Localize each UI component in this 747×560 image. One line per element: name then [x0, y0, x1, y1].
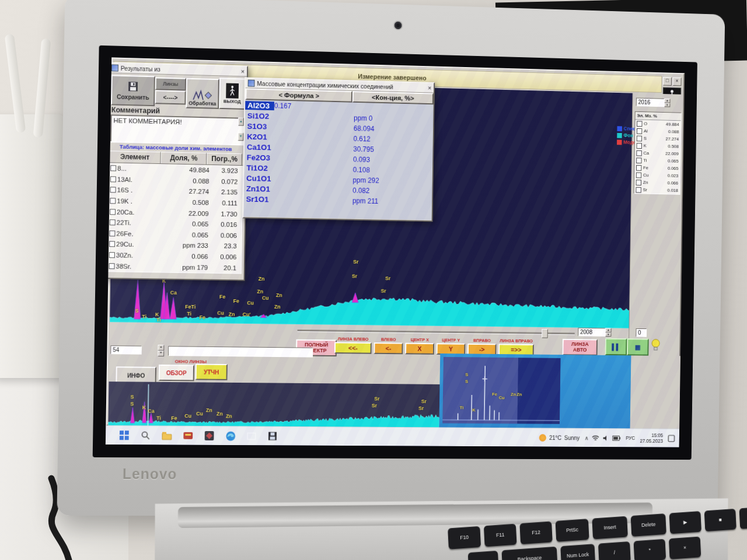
row-checkbox[interactable] — [636, 187, 641, 192]
formula-cell[interactable]: Ti1O2 — [244, 163, 353, 174]
refine-button[interactable]: УТЧН — [196, 364, 228, 380]
row-checkbox[interactable] — [636, 180, 641, 186]
peak-label-fe: Fe — [171, 415, 177, 421]
slider-track[interactable] — [298, 330, 575, 335]
process-button[interactable]: Обработка — [186, 78, 219, 109]
concentration-column-header[interactable]: <Кон-ция, %> — [352, 91, 434, 104]
lens-auto-button[interactable]: ЛИНЗА АВТО — [563, 339, 598, 356]
comment-box[interactable]: НЕТ КОММЕНТАРИЯ! — [110, 114, 244, 145]
weather-widget[interactable]: 21°C Sunny — [539, 434, 580, 442]
app-window-icon[interactable] — [246, 430, 257, 442]
legend-item: Спектр — [617, 125, 635, 132]
row-checkbox[interactable] — [110, 166, 116, 172]
row-checkbox[interactable] — [636, 150, 641, 156]
toolbar-button-2[interactable]: <- — [374, 342, 403, 354]
row-checkbox[interactable] — [637, 128, 642, 134]
row-checkbox[interactable] — [109, 230, 115, 236]
formula-cell[interactable]: Zn1O1 — [244, 184, 353, 195]
spin-up-icon[interactable]: ▲ — [605, 328, 611, 332]
error-cell: 0.006 — [214, 232, 240, 239]
overview-button[interactable]: ОБЗОР — [159, 365, 194, 381]
formula-cell[interactable]: Cu1O1 — [244, 174, 353, 185]
arrows-button[interactable]: <----> — [155, 90, 186, 104]
channel-spinner[interactable]: ▲▼ — [605, 328, 612, 337]
restore-button[interactable]: □ — [663, 77, 672, 86]
toolbar-button-1[interactable]: <<- — [334, 342, 372, 354]
pause-button[interactable]: ▌▌ — [605, 338, 627, 356]
lens-spinner[interactable]: ▲▼ — [158, 345, 164, 356]
peak-label-zn: Zn — [257, 289, 263, 295]
scroll-up-icon[interactable]: ▲ — [238, 118, 244, 126]
row-checkbox[interactable] — [109, 252, 115, 258]
mini-spectrum-plot[interactable]: ✛ SSTiKFeCuZnZn — [442, 357, 560, 424]
toolbar-button-3[interactable]: X — [405, 343, 434, 355]
overview-spectrum-plot[interactable]: SSKCaTiFeCuZnCuZnZnSrSrSrSr — [108, 382, 439, 428]
row-checkbox[interactable] — [109, 242, 115, 247]
element-mass-value: 0.508 — [668, 144, 679, 149]
edge-browser-icon[interactable] — [225, 430, 236, 442]
start-button[interactable] — [118, 429, 130, 441]
peak-label-sr: Sr — [381, 288, 386, 294]
wifi-icon[interactable] — [592, 435, 599, 441]
slider-handle[interactable] — [542, 329, 548, 338]
element-mass-row[interactable]: Sr0.018 — [634, 186, 680, 194]
formula-cell[interactable]: Sr1O1 — [244, 194, 353, 205]
file-explorer-icon[interactable] — [161, 430, 173, 442]
spin-down-icon[interactable]: ▼ — [664, 103, 670, 107]
row-checkbox[interactable] — [110, 176, 116, 182]
spectrometry-app-taskbar-icon[interactable] — [267, 430, 278, 442]
system-tray: ∧ — [585, 435, 621, 441]
scroll-down-icon[interactable]: ▼ — [238, 132, 244, 141]
spectrum-counter[interactable]: 2016 ▲▼ — [636, 98, 671, 107]
lens-button[interactable]: Линзы — [155, 77, 187, 90]
media-app-icon[interactable] — [182, 430, 194, 442]
toolbar-group: ЛИНЗА ВПРАВО=>> — [500, 338, 533, 356]
table-view-button[interactable]: ▦ — [627, 338, 649, 355]
save-button[interactable]: Сохранить — [111, 75, 155, 106]
results-exit-button[interactable]: ВЫХОД — [219, 78, 246, 110]
spin-down-icon[interactable]: ▼ — [158, 351, 164, 356]
row-checkbox[interactable] — [110, 198, 116, 204]
row-checkbox[interactable] — [636, 164, 641, 170]
element-cell: 13Al. — [116, 176, 166, 184]
notification-icon[interactable] — [668, 435, 675, 442]
channel-field[interactable]: 2008 ▲▼ — [578, 328, 611, 337]
element-mass-value: 0.065 — [668, 158, 679, 163]
concentration-cell: 30.795 — [353, 145, 432, 155]
lamp-indicator[interactable] — [648, 337, 663, 355]
row-checkbox[interactable] — [110, 219, 116, 225]
counter-spinner[interactable]: ▲▼ — [664, 99, 670, 107]
comment-scrollbar[interactable]: ▲▼ — [238, 118, 244, 141]
close-button[interactable]: × — [673, 77, 682, 86]
photos-app-icon[interactable] — [204, 430, 215, 442]
lens-number-field[interactable]: 54 — [110, 345, 142, 355]
row-checkbox[interactable] — [637, 143, 642, 149]
speaker-icon[interactable] — [603, 435, 609, 441]
tray-chevron-icon[interactable]: ∧ — [585, 435, 589, 441]
row-checkbox[interactable] — [636, 158, 641, 163]
search-icon[interactable] — [139, 429, 151, 441]
channel-value[interactable]: 2008 — [578, 328, 605, 337]
spin-up-icon[interactable]: ▲ — [158, 345, 164, 351]
row-checkbox[interactable] — [637, 121, 642, 127]
language-indicator[interactable]: РУС — [626, 435, 635, 441]
row-checkbox[interactable] — [637, 135, 642, 141]
row-checkbox[interactable] — [109, 263, 115, 269]
row-checkbox[interactable] — [110, 187, 116, 193]
clock-widget[interactable]: 15:05 27.05.2023 — [640, 432, 663, 444]
row-checkbox[interactable] — [636, 172, 641, 178]
element-symbol: K — [644, 143, 647, 148]
results-titlebar[interactable]: Результаты из × — [109, 63, 247, 76]
row-checkbox[interactable] — [110, 209, 116, 215]
close-icon[interactable]: × — [428, 85, 431, 92]
results-table-row[interactable]: 38Sr.ppm 17920.1 — [107, 260, 241, 273]
formula-cell[interactable]: Al2O3 — [245, 101, 274, 110]
close-icon[interactable]: × — [241, 68, 245, 75]
toolbar-group: ЦЕНТР YY — [437, 337, 464, 355]
keyboard-key: * — [634, 539, 666, 560]
spin-down-icon[interactable]: ▼ — [605, 332, 611, 337]
counter-value[interactable]: 2016 — [636, 98, 665, 107]
zero-field[interactable]: 0 — [636, 328, 647, 337]
battery-icon[interactable] — [613, 435, 621, 440]
peak-label-ti: Ti — [187, 311, 191, 317]
